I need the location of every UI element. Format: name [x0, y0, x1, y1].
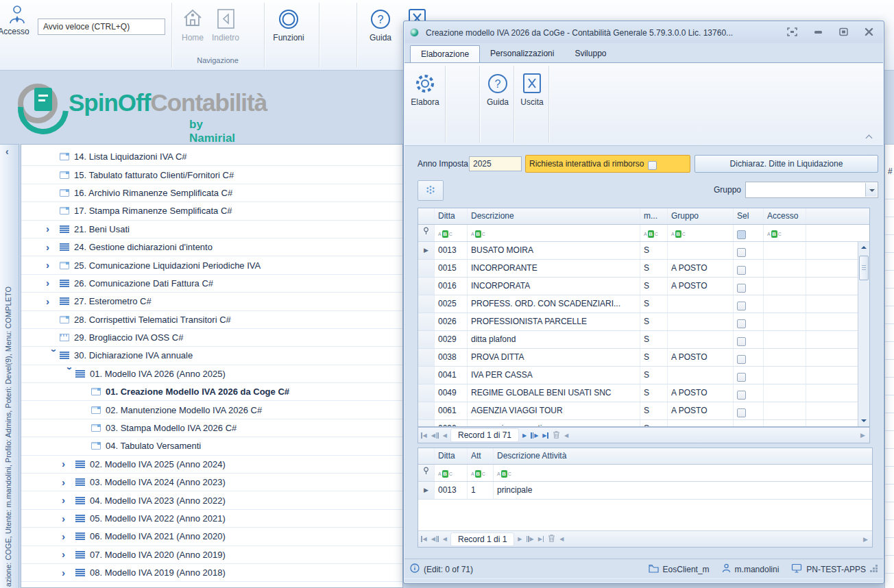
collapse-panel-icon[interactable]: ‹ [5, 146, 9, 157]
tree-item[interactable]: 17. Stampa Rimanenze Semplificata C# [21, 202, 402, 220]
tree-item[interactable]: 04. Tabulato Versamenti [21, 437, 402, 455]
help-button[interactable]: ? Guida [365, 7, 396, 42]
tree-item[interactable]: ›05. Modello IVA 2022 (Anno 2021) [21, 510, 402, 528]
companies-row[interactable]: 0026PROFESSIONISTA PARCELLES [418, 313, 869, 331]
hscroll-left-icon[interactable]: ◀ [559, 536, 564, 542]
nav-next-button[interactable]: ▶ [522, 432, 527, 439]
tree-item[interactable]: 28. Corrispettivi Telematici Transitori … [21, 311, 402, 329]
back-button[interactable]: Indietro [210, 7, 241, 42]
rimborso-checkbox[interactable] [648, 161, 657, 170]
sel-checkbox[interactable] [737, 319, 746, 328]
tree-collapse-icon[interactable]: › [51, 349, 58, 363]
col-sel[interactable]: Sel [734, 208, 764, 224]
maximize-icon[interactable] [839, 27, 848, 38]
chevron-down-icon[interactable] [865, 183, 877, 197]
sel-checkbox[interactable] [737, 302, 746, 310]
scroll-down-icon[interactable] [861, 419, 867, 422]
tree-item[interactable]: 14. Lista Liquidazioni IVA C# [21, 148, 402, 166]
tree-item[interactable]: ›08. Modello IVA 2019 (Anno 2018) [21, 564, 402, 582]
col-descrizione[interactable]: Descrizione [468, 208, 640, 224]
filter-abc-icon[interactable]: ABC [435, 465, 468, 481]
tree-expand-icon[interactable]: › [62, 551, 75, 558]
tree-item[interactable]: ›26. Comunicazione Dati Fattura C# [21, 275, 402, 293]
access-button[interactable]: Accesso [1, 4, 33, 36]
fullscreen-icon[interactable] [787, 27, 797, 38]
scroll-thumb[interactable] [859, 256, 869, 280]
tree-item[interactable]: ›06. Modello IVA 2021 (Anno 2020) [21, 528, 402, 546]
tree-expand-icon[interactable]: › [46, 280, 60, 286]
col-descrizione-attivita[interactable]: Descrizione Attività [494, 448, 872, 464]
companies-row[interactable]: 0061AGENZIA VIAGGI TOURSA POSTO [418, 402, 869, 420]
home-button[interactable]: Home [177, 7, 208, 42]
companies-row[interactable]: ▶0013BUSATO MOIRAS [418, 242, 869, 260]
tree-expand-icon[interactable]: › [62, 569, 75, 576]
companies-grid-scrollbar[interactable] [858, 242, 869, 426]
filter-abc-icon[interactable]: ABC [494, 465, 872, 481]
gruppo-combo[interactable] [745, 182, 878, 198]
companies-row[interactable]: 0025PROFESS. ORD. CON SCADENZIARI...S [418, 295, 869, 313]
minimize-icon[interactable] [814, 27, 823, 38]
sel-checkbox[interactable] [737, 248, 746, 257]
filter-sel-checkbox[interactable] [734, 225, 764, 241]
nav-first-button[interactable]: ◀ [421, 432, 427, 439]
sel-checkbox[interactable] [737, 266, 746, 275]
trash-icon[interactable] [548, 534, 555, 544]
tree-item[interactable]: ›25. Comunicazione Liquidazioni Periodic… [21, 256, 402, 274]
col-m[interactable]: m... [640, 208, 668, 224]
tree-item[interactable]: 02. Manutenzione Modello IVA 2026 C# [21, 401, 402, 419]
nav-next-page-button[interactable]: ▶ [527, 536, 534, 542]
nav-next-page-button[interactable]: ▶ [531, 432, 538, 439]
col-att[interactable]: Att [468, 448, 494, 464]
nav-prev-page-button[interactable]: ◀ [431, 536, 439, 542]
tree-expand-icon[interactable]: › [46, 298, 60, 305]
tree-item[interactable]: ›01. Modello IVA 2026 (Anno 2025) [21, 365, 402, 383]
tree-item[interactable]: 15. Tabulato fatturato Clienti/Fornitori… [21, 166, 402, 184]
tab-elaborazione[interactable]: Elaborazione [410, 45, 480, 63]
close-icon[interactable] [865, 27, 873, 38]
tree-collapse-icon[interactable]: › [67, 367, 73, 380]
tree-item[interactable]: 29. Brogliaccio IVA OSS C# [21, 329, 402, 347]
companies-row[interactable]: 0049REGIME GLOBALE BENI USATI SNCSA POST… [418, 384, 869, 402]
functions-button[interactable]: Funzioni [273, 7, 304, 42]
uscita-button[interactable]: Uscita [514, 70, 550, 107]
filter-abc-icon[interactable]: ABC [435, 225, 468, 241]
tab-personalizzazioni[interactable]: Personalizzazioni [480, 45, 564, 62]
tree-item[interactable]: ›02. Modello IVA 2025 (Anno 2024) [21, 456, 402, 474]
nav-last-button[interactable]: ▶ [538, 536, 544, 542]
tree-item[interactable]: ›21. Beni Usati [21, 221, 402, 238]
tree-item[interactable]: ›09. Modello IVA 2018 (Anno 2017) [21, 582, 402, 588]
elabora-button[interactable]: Elabora [407, 70, 443, 107]
col-gruppo[interactable]: Gruppo [668, 208, 734, 224]
tree-expand-icon[interactable]: › [62, 515, 75, 522]
tree-expand-icon[interactable]: › [62, 533, 75, 540]
nav-next-button[interactable]: ▶ [518, 536, 522, 542]
tree-item[interactable]: ›07. Modello IVA 2020 (Anno 2019) [21, 546, 402, 564]
sel-checkbox[interactable] [737, 355, 746, 364]
companies-row[interactable]: 0029ditta plafondS [418, 331, 869, 349]
companies-row[interactable]: 0038PROVA DITTASA POSTO [418, 349, 869, 367]
col-ditta[interactable]: Ditta [435, 208, 468, 224]
nav-last-button[interactable]: ▶ [542, 432, 548, 439]
nav-prev-button[interactable]: ◀ [443, 432, 447, 439]
dialog-titlebar[interactable]: Creazione modello IVA 2026 da CoGe - Con… [404, 22, 883, 43]
trash-icon[interactable] [553, 430, 560, 441]
hscroll-right-icon[interactable]: ▶ [860, 432, 865, 439]
sel-checkbox[interactable] [737, 337, 746, 346]
filter-abc-icon[interactable]: ABC [468, 465, 494, 481]
filter-abc-icon[interactable]: ABC [764, 225, 806, 241]
hscroll-left-icon[interactable]: ◀ [564, 432, 568, 439]
tree-expand-icon[interactable]: › [62, 479, 75, 486]
companies-row[interactable]: 0015INCORPORANTESA POSTO [418, 260, 869, 278]
companies-row[interactable]: 0016INCORPORATASA POSTO [418, 278, 869, 295]
tree-item[interactable]: 01. Creazione Modello IVA 2026 da Coge C… [21, 383, 402, 401]
filter-abc-icon[interactable]: ABC [640, 225, 668, 241]
sel-checkbox[interactable] [737, 391, 746, 400]
tree-item[interactable]: ›03. Modello IVA 2024 (Anno 2023) [21, 474, 402, 491]
tree-expand-icon[interactable]: › [46, 262, 60, 269]
nav-prev-page-button[interactable]: ◀ [431, 432, 439, 439]
quick-search-input[interactable] [38, 19, 165, 35]
liquidazione-button[interactable]: Dichiaraz. Ditte in Liquidazione [694, 155, 878, 173]
tree-expand-icon[interactable]: › [46, 244, 60, 251]
col-accesso[interactable]: Accesso [764, 208, 806, 224]
tree-item[interactable]: 03. Stampa Modello IVA 2026 C# [21, 419, 402, 437]
